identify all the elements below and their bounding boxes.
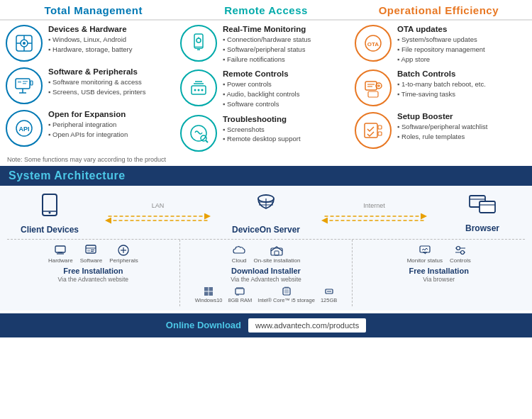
arch-diagram: Client Devices LAN: [0, 186, 532, 311]
client-peripherals-icon: Peripherals: [109, 244, 138, 264]
svg-text:API: API: [18, 125, 29, 133]
hw-intel: Intel® Core™ i5 storage: [257, 286, 315, 303]
browser-node-label: Browser: [465, 223, 499, 233]
sys-arch-title-text2: rchitecture: [62, 169, 125, 181]
client-hardware-icon: Hardware: [48, 244, 73, 264]
feature-realtime-bullet-1: Software/peripheral status: [223, 45, 311, 55]
client-section-icons: Hardware Software: [10, 244, 177, 264]
feature-expansion-bullet-1: Open APIs for integration: [48, 130, 128, 140]
server-install-label: Download Installer: [183, 267, 350, 275]
feature-open-expansion: API Open for Expansion Peripheral integr…: [6, 110, 177, 147]
svg-rect-60: [86, 245, 96, 253]
browser-monitor-icon: Monitor status: [407, 244, 443, 264]
feature-ota-bullet-2: App store: [397, 55, 485, 65]
software-peripherals-icon: [6, 67, 43, 104]
troubleshooting-icon: [180, 115, 217, 152]
svg-rect-69: [275, 251, 279, 255]
feature-devices-hardware: Devices & Hardware Windows, Linux, Andro…: [6, 25, 177, 62]
feature-setup-text: Setup Booster Software/peripheral watchl…: [397, 112, 487, 142]
feature-devices-title: Devices & Hardware: [48, 25, 133, 33]
feature-expansion-text: Open for Expansion Peripheral integratio…: [48, 110, 128, 140]
arch-server-node: DeviceOn Server: [223, 193, 309, 235]
feature-expansion-title: Open for Expansion: [48, 110, 128, 118]
svg-rect-40: [378, 125, 382, 129]
footer-url[interactable]: www.advantech.com/products: [248, 318, 366, 333]
server-install-sub: Via the Advantech website: [183, 276, 350, 283]
server-node-icon: [253, 193, 279, 223]
svg-rect-41: [378, 132, 382, 135]
footer-download-text: Download: [197, 320, 241, 330]
feature-batch-title: Batch Controls: [397, 69, 486, 78]
arch-browser-section: Monitor status Controls Free Installatio…: [353, 240, 525, 306]
svg-rect-38: [368, 91, 378, 97]
arch-arrow-internet: Internet: [309, 202, 440, 225]
svg-rect-73: [209, 291, 214, 296]
arch-client-node: Client Devices: [7, 193, 92, 235]
svg-rect-8: [18, 81, 21, 83]
realtime-monitoring-icon: [180, 25, 217, 62]
svg-point-6: [23, 42, 26, 45]
feature-setup-bullet-1: Roles, rule templates: [397, 132, 487, 142]
svg-rect-62: [87, 250, 90, 252]
feature-realtime-bullet-0: Connection/hardware status: [223, 35, 311, 45]
ota-updates-icon: OTA: [355, 25, 392, 62]
open-expansion-icon: API: [6, 110, 43, 147]
features-col-3: OTA OTA updates System/software updates …: [355, 25, 526, 152]
sys-arch-title: System Architecture: [0, 166, 532, 186]
note: Note: Some functions may vary according …: [0, 155, 532, 166]
feature-troubleshooting: Troubleshooting Screenshots Remote deskt…: [180, 115, 352, 152]
client-node-icon: [37, 193, 62, 223]
server-onsite-label: On-site installation: [254, 257, 301, 264]
server-cloud-icon: Cloud: [232, 244, 247, 264]
feature-realtime-bullet-2: Failure notifications: [223, 55, 311, 65]
header-col-operational: Operational Efficiency: [353, 4, 525, 16]
feature-remote-bullet-1: Audio, backlight controls: [223, 89, 299, 99]
hw-windows: Windows10: [195, 286, 223, 303]
server-section-icons: Cloud On-site installation: [183, 244, 350, 264]
arch-bottom-sections: Hardware Software: [7, 239, 525, 306]
feature-ota-text: OTA updates System/software updates File…: [397, 25, 485, 64]
feature-realtime-title: Real-Time Monitoring: [223, 25, 311, 33]
remote-controls-icon: [180, 69, 217, 106]
svg-rect-83: [284, 289, 289, 294]
feature-software-text: Software & Peripherals Software monitori…: [48, 67, 146, 97]
svg-rect-71: [209, 287, 214, 291]
hw-intel-label: Intel® Core™ i5 storage: [257, 297, 315, 303]
header-col-total: Total Management: [7, 4, 179, 16]
arch-top-row: Client Devices LAN: [7, 193, 525, 235]
svg-text:OTA: OTA: [367, 41, 379, 48]
sys-arch-title-text: ystem: [16, 169, 54, 181]
feature-remote-title: Remote Controls: [223, 69, 299, 78]
browser-controls-label: Controls: [450, 257, 471, 264]
server-cloud-label: Cloud: [232, 257, 247, 264]
feature-software-bullet-0: Software monitoring & access: [48, 77, 146, 87]
feature-remote-bullet-0: Power controls: [223, 79, 299, 89]
browser-install-label: Free Installation: [355, 267, 522, 275]
feature-setup-title: Setup Booster: [397, 112, 487, 121]
svg-point-26: [201, 89, 204, 91]
feature-troubleshooting-title: Troubleshooting: [223, 115, 301, 123]
feature-remote-text: Remote Controls Power controls Audio, ba…: [223, 69, 299, 108]
feature-software-bullet-1: Screens, USB devices, printers: [48, 87, 146, 97]
feature-devices-bullet-1: Hardware, storage, battery: [48, 45, 133, 55]
setup-booster-icon: [355, 112, 392, 149]
feature-batch-controls: Batch Controls 1-to-many batch reboot, e…: [355, 69, 526, 106]
client-peripherals-label: Peripherals: [109, 257, 138, 264]
client-install-label: Free Installation: [10, 267, 177, 275]
svg-point-93: [460, 250, 464, 254]
features-col-2: Real-Time Monitoring Connection/hardware…: [180, 25, 352, 152]
feature-remote-bullet-2: Software controls: [223, 99, 299, 109]
arch-internet-label: Internet: [363, 202, 385, 209]
svg-rect-10: [23, 83, 26, 84]
hw-ram-label: 8GB RAM: [228, 297, 253, 303]
client-node-label: Client Devices: [21, 225, 79, 235]
svg-line-29: [206, 140, 208, 143]
feature-batch-text: Batch Controls 1-to-many batch reboot, e…: [397, 69, 486, 99]
header-title-total: Total Management: [7, 4, 179, 16]
svg-rect-9: [23, 81, 28, 82]
svg-rect-57: [55, 246, 65, 252]
browser-controls-icon: Controls: [450, 244, 471, 264]
header-title-operational: Operational Efficiency: [353, 4, 525, 16]
feature-software-peripherals: Software & Peripherals Software monitori…: [6, 67, 177, 104]
header: Total Management Remote Access Operation…: [0, 0, 532, 21]
